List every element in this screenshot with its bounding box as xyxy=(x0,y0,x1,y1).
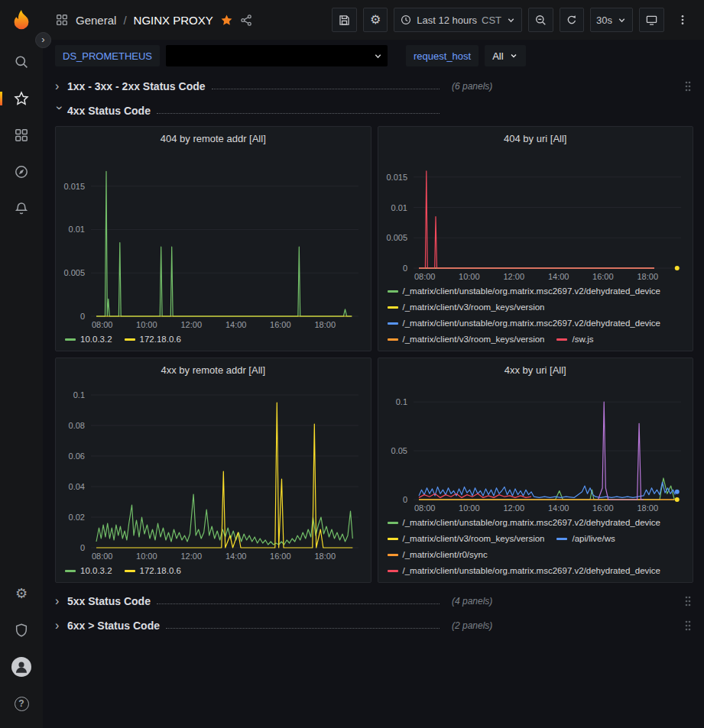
row-panel-count: (2 panels) xyxy=(452,620,492,631)
dashboard-row-1xx-3xx-2xx[interactable]: › 1xx - 3xx - 2xx Status Code (6 panels) xyxy=(55,75,693,98)
svg-text:0.01: 0.01 xyxy=(391,203,407,212)
sidebar-item-server-admin[interactable] xyxy=(0,612,43,649)
sidebar-item-search[interactable] xyxy=(0,44,43,80)
chevron-right-icon: › xyxy=(55,80,67,92)
panel-legend: 10.0.3.2172.18.0.6 xyxy=(56,563,371,582)
share-icon[interactable] xyxy=(240,14,253,27)
panel-title[interactable]: 404 by remote addr [All] xyxy=(56,127,371,150)
svg-text:0: 0 xyxy=(402,495,407,504)
time-range-picker[interactable]: Last 12 hours CST xyxy=(394,8,522,32)
grafana-logo-icon[interactable] xyxy=(10,8,33,31)
sidebar: › xyxy=(0,0,43,728)
dashboard-row-4xx[interactable]: › 4xx Status Code xyxy=(55,99,693,122)
panel-grid: 404 by remote addr [All] 00.0050.010.015… xyxy=(55,126,693,583)
sidebar-item-profile[interactable] xyxy=(0,649,43,685)
panel-404-by-uri: 404 by uri [All] 00.0050.010.01508:0010:… xyxy=(378,126,694,351)
legend-item[interactable]: /api/live/ws xyxy=(556,531,615,547)
timeseries-chart[interactable]: 00.050.108:0010:0012:0014:0016:0018:00 xyxy=(378,381,693,515)
svg-text:14:00: 14:00 xyxy=(547,272,569,281)
legend-item[interactable]: /_matrix/client/unstable/org.matrix.msc2… xyxy=(388,315,661,332)
breadcrumb-dashboard-title[interactable]: NGINX PROXY xyxy=(134,14,213,27)
time-range-label: Last 12 hours xyxy=(417,15,477,26)
svg-text:0: 0 xyxy=(80,543,85,552)
legend-item[interactable]: /_matrix/client/v3/room_keys/version xyxy=(388,299,545,315)
legend-series-swatch xyxy=(556,538,567,540)
grafana-app: › xyxy=(0,0,704,728)
sidebar-item-starred[interactable] xyxy=(0,80,43,117)
row-title: 5xx Status Code xyxy=(67,595,151,607)
sidebar-item-explore[interactable] xyxy=(0,154,43,190)
dashboard-settings-button[interactable]: ⚙ xyxy=(363,8,388,32)
timeseries-chart[interactable]: 00.0050.010.01508:0010:0012:0014:0016:00… xyxy=(378,150,693,283)
drag-handle-icon[interactable] xyxy=(683,594,693,609)
svg-text:0.06: 0.06 xyxy=(69,451,85,461)
refresh-button[interactable] xyxy=(560,8,584,32)
legend-item[interactable]: 10.0.3.2 xyxy=(65,332,112,348)
save-dashboard-button[interactable] xyxy=(332,8,357,32)
svg-text:10:00: 10:00 xyxy=(459,503,480,513)
main-area: General / NGINX PROXY ⚙ xyxy=(43,0,704,728)
legend-item[interactable]: 10.0.3.2 xyxy=(65,563,112,579)
compass-icon xyxy=(14,164,29,180)
variable-datasource-label[interactable]: DS_PROMETHEUS xyxy=(55,45,160,66)
legend-item[interactable]: 172.18.0.6 xyxy=(125,332,181,348)
svg-text:0.1: 0.1 xyxy=(73,390,85,400)
dashboard-body: › 1xx - 3xx - 2xx Status Code (6 panels)… xyxy=(43,70,704,728)
svg-text:0.02: 0.02 xyxy=(69,513,85,522)
refresh-interval-picker[interactable]: 30s xyxy=(590,8,633,32)
chevron-down-icon xyxy=(617,15,627,25)
legend-item[interactable]: /_matrix/client/v3/room_keys/version xyxy=(388,531,545,547)
legend-item[interactable]: /_matrix/client/unstable/org.matrix.msc2… xyxy=(388,563,661,579)
sidebar-item-configuration[interactable]: ⚙ xyxy=(0,575,43,612)
zoom-out-button[interactable] xyxy=(528,8,553,32)
variable-datasource-dropdown[interactable] xyxy=(166,45,388,66)
svg-text:10:00: 10:00 xyxy=(136,552,157,561)
row-leader-dots xyxy=(157,113,440,114)
panel-title[interactable]: 404 by uri [All] xyxy=(378,127,693,150)
breadcrumb-section[interactable]: General xyxy=(76,14,116,27)
row-panel-count: (4 panels) xyxy=(452,596,492,607)
legend-series-swatch xyxy=(388,570,398,572)
apps-grid-icon xyxy=(55,13,69,27)
timeseries-chart[interactable]: 00.0050.010.01508:0010:0012:0014:0016:00… xyxy=(56,150,371,332)
legend-series-swatch xyxy=(125,570,135,572)
timeseries-chart[interactable]: 00.020.040.060.080.108:0010:0012:0014:00… xyxy=(56,381,371,563)
legend-item[interactable]: /_matrix/client/unstable/org.matrix.msc2… xyxy=(388,283,661,299)
legend-series-label: /api/live/ws xyxy=(572,531,615,547)
panel-title[interactable]: 4xx by remote addr [All] xyxy=(56,358,371,381)
panel-title[interactable]: 4xx by uri [All] xyxy=(378,358,693,381)
legend-series-label: /_matrix/client/unstable/org.matrix.msc2… xyxy=(403,315,661,332)
row-title: 4xx Status Code xyxy=(67,105,151,117)
sidebar-item-alerting[interactable] xyxy=(0,190,43,227)
dashboard-row-5xx[interactable]: › 5xx Status Code (4 panels) xyxy=(55,590,693,613)
sidebar-expand-button[interactable]: › xyxy=(35,32,51,48)
legend-series-swatch xyxy=(388,322,398,325)
more-options-button[interactable] xyxy=(670,8,695,32)
legend-item[interactable]: 172.18.0.6 xyxy=(125,563,181,579)
svg-text:18:00: 18:00 xyxy=(637,503,658,513)
legend-item[interactable]: /sw.js xyxy=(556,332,593,348)
navbar: General / NGINX PROXY ⚙ xyxy=(43,0,704,40)
favorite-star-icon[interactable] xyxy=(220,14,233,27)
panel-legend: 10.0.3.2172.18.0.6 xyxy=(56,332,371,351)
legend-item[interactable]: /_matrix/client/r0/sync xyxy=(388,547,488,563)
legend-series-label: /_matrix/client/v3/room_keys/version xyxy=(403,299,545,315)
search-icon xyxy=(14,54,29,70)
variable-request-host-dropdown[interactable]: All xyxy=(485,45,525,66)
svg-text:12:00: 12:00 xyxy=(503,503,524,513)
svg-text:0.1: 0.1 xyxy=(395,397,407,406)
bell-icon xyxy=(14,201,29,216)
legend-item[interactable]: /_matrix/client/v3/room_keys/version xyxy=(388,332,545,348)
panel-legend: /_matrix/client/unstable/org.matrix.msc2… xyxy=(378,283,693,351)
tv-mode-button[interactable] xyxy=(639,8,664,32)
sidebar-item-help[interactable]: ? xyxy=(0,685,43,722)
variable-request-host-value: All xyxy=(492,50,503,62)
drag-handle-icon[interactable] xyxy=(683,79,693,94)
variable-request-host-label[interactable]: request_host xyxy=(406,45,479,66)
dashboard-row-6xx[interactable]: › 6xx > Status Code (2 panels) xyxy=(55,614,693,637)
legend-item[interactable]: /_matrix/client/unstable/org.matrix.msc2… xyxy=(388,515,661,531)
sidebar-item-dashboards[interactable] xyxy=(0,117,43,154)
shield-icon xyxy=(14,623,29,638)
drag-handle-icon[interactable] xyxy=(683,618,693,633)
legend-series-swatch xyxy=(388,554,398,556)
